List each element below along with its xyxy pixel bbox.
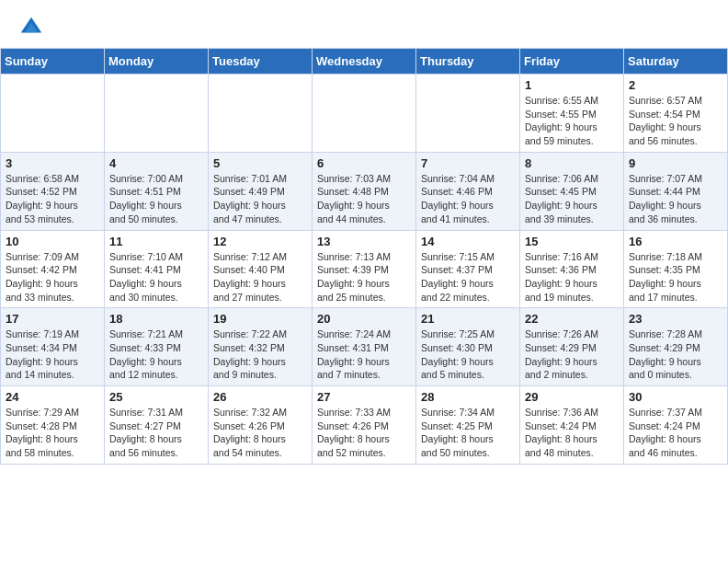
day-info: Sunrise: 7:28 AM Sunset: 4:29 PM Dayligh… [629,327,722,382]
week-row-1: 1Sunrise: 6:55 AM Sunset: 4:55 PM Daylig… [1,75,728,153]
day-info: Sunrise: 7:01 AM Sunset: 4:49 PM Dayligh… [213,172,307,226]
calendar-cell: 24Sunrise: 7:29 AM Sunset: 4:28 PM Dayli… [1,386,105,465]
day-number: 2 [629,78,722,92]
calendar-cell: 27Sunrise: 7:33 AM Sunset: 4:26 PM Dayli… [313,386,416,465]
weekday-header-wednesday: Wednesday [313,49,416,75]
weekday-header-sunday: Sunday [1,49,105,75]
calendar-cell: 22Sunrise: 7:26 AM Sunset: 4:29 PM Dayli… [520,308,624,386]
calendar-cell: 14Sunrise: 7:15 AM Sunset: 4:37 PM Dayli… [416,230,520,308]
day-number: 18 [109,312,203,326]
day-info: Sunrise: 7:33 AM Sunset: 4:26 PM Dayligh… [317,406,411,460]
day-number: 4 [109,156,203,170]
day-info: Sunrise: 7:29 AM Sunset: 4:28 PM Dayligh… [6,406,99,460]
calendar-cell: 30Sunrise: 7:37 AM Sunset: 4:24 PM Dayli… [624,386,728,465]
day-info: Sunrise: 7:22 AM Sunset: 4:32 PM Dayligh… [213,327,307,382]
calendar-cell: 16Sunrise: 7:18 AM Sunset: 4:35 PM Dayli… [624,230,728,308]
day-number: 23 [629,312,722,326]
day-info: Sunrise: 7:25 AM Sunset: 4:30 PM Dayligh… [421,327,515,382]
day-number: 21 [421,312,515,326]
day-number: 29 [525,390,619,404]
calendar-cell: 29Sunrise: 7:36 AM Sunset: 4:24 PM Dayli… [520,386,624,465]
calendar-cell: 2Sunrise: 6:57 AM Sunset: 4:54 PM Daylig… [624,75,728,153]
calendar-cell: 8Sunrise: 7:06 AM Sunset: 4:45 PM Daylig… [520,152,624,230]
day-info: Sunrise: 7:04 AM Sunset: 4:46 PM Dayligh… [421,172,515,226]
calendar-cell: 12Sunrise: 7:12 AM Sunset: 4:40 PM Dayli… [209,230,313,308]
calendar-cell: 23Sunrise: 7:28 AM Sunset: 4:29 PM Dayli… [624,308,728,386]
day-info: Sunrise: 7:12 AM Sunset: 4:40 PM Dayligh… [213,250,307,304]
weekday-header-row: SundayMondayTuesdayWednesdayThursdayFrid… [1,49,728,75]
day-number: 5 [213,156,307,170]
calendar-cell: 1Sunrise: 6:55 AM Sunset: 4:55 PM Daylig… [520,75,624,153]
header [0,0,728,48]
weekday-header-monday: Monday [105,49,209,75]
calendar-cell: 18Sunrise: 7:21 AM Sunset: 4:33 PM Dayli… [105,308,209,386]
day-info: Sunrise: 7:06 AM Sunset: 4:45 PM Dayligh… [525,172,619,226]
calendar-cell: 11Sunrise: 7:10 AM Sunset: 4:41 PM Dayli… [105,230,209,308]
day-number: 14 [421,235,515,248]
calendar-cell: 17Sunrise: 7:19 AM Sunset: 4:34 PM Dayli… [1,308,105,386]
calendar-cell: 5Sunrise: 7:01 AM Sunset: 4:49 PM Daylig… [209,152,313,230]
day-number: 13 [317,235,411,248]
day-info: Sunrise: 7:16 AM Sunset: 4:36 PM Dayligh… [525,250,619,304]
day-number: 1 [525,78,619,92]
calendar-cell: 20Sunrise: 7:24 AM Sunset: 4:31 PM Dayli… [313,308,416,386]
calendar-cell: 21Sunrise: 7:25 AM Sunset: 4:30 PM Dayli… [416,308,520,386]
day-number: 24 [6,390,99,404]
week-row-3: 10Sunrise: 7:09 AM Sunset: 4:42 PM Dayli… [1,230,728,308]
day-number: 19 [213,312,307,326]
calendar-cell [1,75,105,153]
day-info: Sunrise: 6:55 AM Sunset: 4:55 PM Dayligh… [525,94,619,148]
calendar-cell [313,75,416,153]
weekday-header-thursday: Thursday [416,49,520,75]
logo [18,15,48,40]
day-number: 17 [6,312,99,326]
day-info: Sunrise: 6:57 AM Sunset: 4:54 PM Dayligh… [629,94,722,148]
day-info: Sunrise: 7:09 AM Sunset: 4:42 PM Dayligh… [6,250,99,304]
calendar-cell: 9Sunrise: 7:07 AM Sunset: 4:44 PM Daylig… [624,152,728,230]
calendar-cell: 26Sunrise: 7:32 AM Sunset: 4:26 PM Dayli… [209,386,313,465]
week-row-4: 17Sunrise: 7:19 AM Sunset: 4:34 PM Dayli… [1,308,728,386]
day-info: Sunrise: 7:26 AM Sunset: 4:29 PM Dayligh… [525,327,619,382]
day-number: 25 [109,390,203,404]
day-number: 30 [629,390,722,404]
day-info: Sunrise: 7:31 AM Sunset: 4:27 PM Dayligh… [109,406,203,460]
day-info: Sunrise: 7:19 AM Sunset: 4:34 PM Dayligh… [6,327,99,382]
weekday-header-friday: Friday [520,49,624,75]
day-number: 6 [317,156,411,170]
day-info: Sunrise: 7:21 AM Sunset: 4:33 PM Dayligh… [109,327,203,382]
calendar-cell: 3Sunrise: 6:58 AM Sunset: 4:52 PM Daylig… [1,152,105,230]
calendar-cell: 4Sunrise: 7:00 AM Sunset: 4:51 PM Daylig… [105,152,209,230]
calendar-cell: 10Sunrise: 7:09 AM Sunset: 4:42 PM Dayli… [1,230,105,308]
calendar-cell: 19Sunrise: 7:22 AM Sunset: 4:32 PM Dayli… [209,308,313,386]
weekday-header-tuesday: Tuesday [209,49,313,75]
day-info: Sunrise: 7:07 AM Sunset: 4:44 PM Dayligh… [629,172,722,226]
day-number: 16 [629,235,722,248]
page: SundayMondayTuesdayWednesdayThursdayFrid… [0,0,728,465]
day-number: 28 [421,390,515,404]
day-info: Sunrise: 7:32 AM Sunset: 4:26 PM Dayligh… [213,406,307,460]
day-info: Sunrise: 7:10 AM Sunset: 4:41 PM Dayligh… [109,250,203,304]
day-number: 12 [213,235,307,248]
day-number: 26 [213,390,307,404]
calendar-cell [416,75,520,153]
calendar-cell: 6Sunrise: 7:03 AM Sunset: 4:48 PM Daylig… [313,152,416,230]
day-number: 10 [6,235,99,248]
day-number: 11 [109,235,203,248]
day-info: Sunrise: 7:00 AM Sunset: 4:51 PM Dayligh… [109,172,203,226]
day-number: 8 [525,156,619,170]
day-info: Sunrise: 6:58 AM Sunset: 4:52 PM Dayligh… [6,172,99,226]
calendar-table: SundayMondayTuesdayWednesdayThursdayFrid… [0,48,728,465]
day-number: 20 [317,312,411,326]
day-info: Sunrise: 7:37 AM Sunset: 4:24 PM Dayligh… [629,406,722,460]
day-number: 22 [525,312,619,326]
day-number: 15 [525,235,619,248]
calendar-cell: 13Sunrise: 7:13 AM Sunset: 4:39 PM Dayli… [313,230,416,308]
calendar-cell: 15Sunrise: 7:16 AM Sunset: 4:36 PM Dayli… [520,230,624,308]
day-number: 3 [6,156,99,170]
day-info: Sunrise: 7:34 AM Sunset: 4:25 PM Dayligh… [421,406,515,460]
logo-icon [18,15,44,40]
calendar-cell [105,75,209,153]
calendar-cell [209,75,313,153]
day-number: 7 [421,156,515,170]
day-info: Sunrise: 7:03 AM Sunset: 4:48 PM Dayligh… [317,172,411,226]
